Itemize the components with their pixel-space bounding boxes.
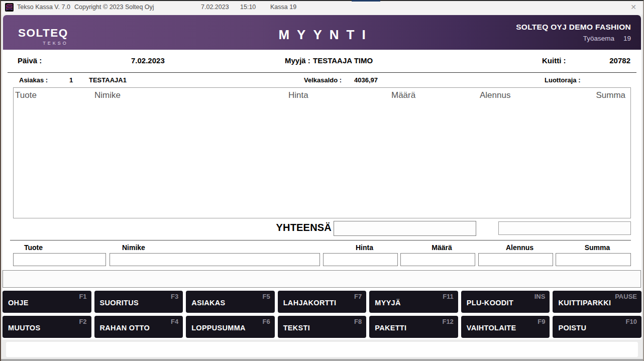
col-header-tuote: Tuote bbox=[15, 90, 37, 100]
entry-label-summa: Summa bbox=[556, 244, 631, 252]
customer-number: 1 bbox=[69, 76, 73, 84]
receipt-label: Kuitti : bbox=[542, 56, 566, 65]
debt-label: Velkasaldo : bbox=[304, 76, 342, 84]
summa-input[interactable] bbox=[556, 253, 631, 266]
total-secondary-field[interactable] bbox=[498, 221, 631, 235]
col-header-maara: Määrä bbox=[391, 90, 415, 100]
separator-line bbox=[8, 72, 636, 73]
total-value-field[interactable] bbox=[334, 221, 476, 236]
maara-input[interactable] bbox=[400, 253, 475, 266]
date-label: Päivä : bbox=[18, 56, 42, 65]
sales-table: Tuote Nimike Hinta Määrä Alennus Summa bbox=[13, 87, 631, 218]
entry-label-hinta: Hinta bbox=[323, 244, 398, 252]
button-loppusumma[interactable]: LOPPUSUMMAF6 bbox=[186, 316, 275, 338]
button-teksti[interactable]: TEKSTIF8 bbox=[278, 316, 367, 338]
entry-label-nimike: Nimike bbox=[122, 244, 145, 252]
entry-label-alennus: Alennus bbox=[478, 244, 553, 252]
customer-label: Asiakas : bbox=[19, 76, 48, 84]
button-muutos[interactable]: MUUTOSF2 bbox=[3, 316, 91, 338]
close-icon[interactable]: ✕ bbox=[627, 2, 640, 12]
tuote-input[interactable] bbox=[13, 253, 106, 266]
col-header-summa: Summa bbox=[596, 90, 625, 100]
command-input[interactable] bbox=[3, 270, 641, 288]
workstation-label: Työasema bbox=[583, 35, 614, 42]
hinta-input[interactable] bbox=[323, 253, 398, 266]
receipt-value: 20782 bbox=[609, 56, 630, 65]
button-paketti[interactable]: PAKETTIF12 bbox=[369, 316, 458, 338]
function-key-grid: OHJEF1 SUORITUSF3 ASIAKASF5 LAHJAKORTTIF… bbox=[3, 291, 641, 338]
window-bottom-edge bbox=[0, 359, 644, 361]
seller-label: Myyjä : bbox=[285, 56, 310, 65]
date-value: 7.02.2023 bbox=[131, 56, 165, 65]
footer-input-bar[interactable] bbox=[6, 342, 638, 357]
workstation: Työasema19 bbox=[516, 35, 631, 42]
alennus-input[interactable] bbox=[478, 253, 553, 266]
button-suoritus[interactable]: SUORITUSF3 bbox=[94, 291, 183, 313]
titlebar-time: 15:10 bbox=[240, 4, 256, 11]
debt-value: 4036,97 bbox=[354, 76, 378, 84]
button-asiakas[interactable]: ASIAKASF5 bbox=[186, 291, 275, 313]
titlebar-date: 7.02.2023 bbox=[201, 4, 229, 11]
button-rahan-otto[interactable]: RAHAN OTTOF4 bbox=[94, 316, 183, 338]
col-header-hinta: Hinta bbox=[288, 90, 308, 100]
button-myyja[interactable]: MYYJÄF11 bbox=[369, 291, 458, 313]
credit-label: Luottoraja : bbox=[545, 76, 581, 84]
button-vaihtolaite[interactable]: VAIHTOLAITEF9 bbox=[461, 316, 550, 338]
entry-label-tuote: Tuote bbox=[24, 244, 43, 252]
nimike-input[interactable] bbox=[110, 253, 320, 266]
button-kuittiparkki[interactable]: KUITTIPARKKIPAUSE bbox=[553, 291, 641, 313]
store-name: SOLTEQ OYJ DEMO FASHION bbox=[516, 23, 631, 32]
entry-separator-line bbox=[10, 240, 631, 240]
button-ohje[interactable]: OHJEF1 bbox=[3, 291, 91, 313]
col-header-nimike: Nimike bbox=[94, 90, 121, 100]
button-poistu[interactable]: POISTUF10 bbox=[553, 316, 641, 338]
seller-value: TESTAAJA TIMO bbox=[313, 56, 373, 65]
button-plu-koodit[interactable]: PLU-KOODITINS bbox=[461, 291, 550, 313]
titlebar-accent-strip bbox=[352, 0, 380, 2]
workstation-value: 19 bbox=[623, 35, 631, 42]
col-header-alennus: Alennus bbox=[480, 90, 510, 100]
copyright-text: Copyright © 2023 Solteq Oyj bbox=[74, 4, 154, 11]
entry-label-maara: Määrä bbox=[400, 244, 475, 252]
window-title: Tekso Kassa V. 7.0 bbox=[17, 4, 70, 11]
header-right: SOLTEQ OYJ DEMO FASHION Työasema19 bbox=[516, 23, 631, 42]
main-panel: Päivä : 7.02.2023 Myyjä : TESTAAJA TIMO … bbox=[3, 50, 641, 339]
app-header: SOLTEQ TEKSO MYYNTI SOLTEQ OYJ DEMO FASH… bbox=[3, 15, 641, 50]
total-label: YHTEENSÄ bbox=[226, 222, 332, 233]
titlebar-register: Kassa 19 bbox=[270, 4, 296, 11]
title-bar: Tekso Kassa V. 7.0 Copyright © 2023 Solt… bbox=[0, 0, 644, 15]
app-icon bbox=[5, 3, 14, 12]
customer-name: TESTAAJA1 bbox=[89, 76, 127, 84]
button-lahjakortti[interactable]: LAHJAKORTTIF7 bbox=[278, 291, 367, 313]
